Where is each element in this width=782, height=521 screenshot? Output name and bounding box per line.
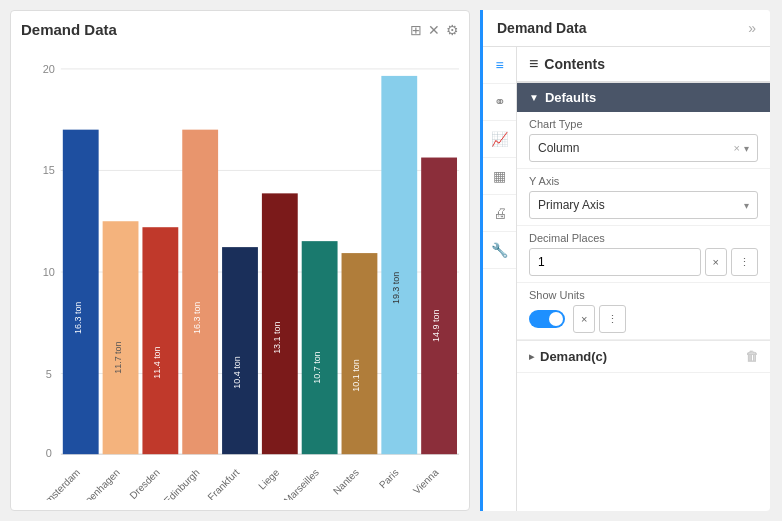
svg-text:5: 5: [46, 368, 52, 380]
svg-text:Marseilles: Marseilles: [282, 467, 321, 500]
chart-type-select[interactable]: Column × ▾: [529, 134, 758, 162]
layers-icon[interactable]: ≡: [483, 47, 516, 84]
show-units-row: × ⋮: [529, 305, 758, 333]
y-axis-select[interactable]: Primary Axis ▾: [529, 191, 758, 219]
chart-icon[interactable]: 📈: [483, 121, 516, 158]
svg-text:0: 0: [46, 447, 52, 459]
settings-icon[interactable]: ⚙: [446, 22, 459, 38]
left-icon-strip: ≡ ⚭ 📈 ▦ 🖨 🔧: [483, 47, 517, 511]
contents-icon: ≡: [529, 55, 538, 73]
settings-body: ≡ Contents ▼ Defaults Chart Type Column …: [517, 47, 770, 511]
svg-text:13.1 ton: 13.1 ton: [272, 322, 282, 354]
decimal-places-label: Decimal Places: [529, 232, 758, 244]
svg-text:16.3 ton: 16.3 ton: [73, 302, 83, 334]
y-axis-field: Y Axis Primary Axis ▾: [517, 169, 770, 226]
contents-tab-label: Contents: [544, 56, 605, 72]
svg-text:11.4 ton: 11.4 ton: [152, 346, 162, 378]
decimal-places-value: 1: [538, 255, 545, 269]
show-units-clear-btn[interactable]: ×: [573, 305, 595, 333]
settings-panel: Demand Data » ≡ ⚭ 📈 ▦ 🖨 🔧 ≡ Contents ▼ D…: [480, 10, 770, 511]
svg-text:14.9 ton: 14.9 ton: [431, 310, 441, 342]
y-axis-value: Primary Axis: [538, 198, 744, 212]
link-icon[interactable]: ⚭: [483, 84, 516, 121]
y-axis-label: Y Axis: [529, 175, 758, 187]
chart-area: 20 15 10 5 0 16.3 ton 11.7 ton 11.4 ton: [21, 46, 459, 500]
defaults-section: ▼ Defaults Chart Type Column × ▾: [517, 83, 770, 341]
svg-text:15: 15: [43, 164, 55, 176]
svg-text:Dresden: Dresden: [127, 467, 161, 500]
svg-text:20: 20: [43, 63, 55, 75]
svg-text:10.1 ton: 10.1 ton: [351, 359, 361, 391]
decimal-places-more-btn[interactable]: ⋮: [731, 248, 758, 276]
svg-text:11.7 ton: 11.7 ton: [113, 341, 123, 373]
demand-subsection-header[interactable]: ▸ Demand(c) 🗑: [517, 341, 770, 373]
chart-type-label: Chart Type: [529, 118, 758, 130]
demand-delete-icon[interactable]: 🗑: [745, 349, 758, 364]
svg-text:Amsterdam: Amsterdam: [38, 467, 82, 500]
settings-header: Demand Data »: [483, 10, 770, 47]
svg-rect-18: [222, 247, 258, 454]
decimal-places-row: 1 × ⋮: [529, 248, 758, 276]
svg-text:10.7 ton: 10.7 ton: [312, 351, 322, 383]
demand-label: Demand(c): [540, 349, 607, 364]
decimal-places-field: Decimal Places 1 × ⋮: [517, 226, 770, 283]
defaults-arrow-icon: ▼: [529, 92, 539, 103]
svg-rect-22: [302, 241, 338, 454]
svg-rect-14: [142, 227, 178, 454]
chart-header: Demand Data ⊞ ✕ ⚙: [21, 21, 459, 38]
show-units-toggle[interactable]: [529, 310, 565, 328]
chart-panel: Demand Data ⊞ ✕ ⚙ 20 15 10 5 0 16.3 ton: [10, 10, 470, 511]
demand-actions: 🗑: [745, 349, 758, 364]
decimal-places-input[interactable]: 1: [529, 248, 701, 276]
svg-text:Vienna: Vienna: [411, 466, 441, 496]
svg-text:10.4 ton: 10.4 ton: [232, 356, 242, 388]
print-icon[interactable]: 🖨: [483, 195, 516, 232]
y-axis-arrow-icon[interactable]: ▾: [744, 200, 749, 211]
demand-arrow-icon: ▸: [529, 351, 534, 362]
chart-type-arrow-icon[interactable]: ▾: [744, 143, 749, 154]
svg-text:Paris: Paris: [377, 467, 401, 491]
svg-text:Copenhagen: Copenhagen: [74, 467, 122, 500]
show-units-label: Show Units: [529, 289, 758, 301]
settings-expand-icon[interactable]: »: [748, 20, 756, 36]
svg-rect-26: [381, 76, 417, 454]
show-units-toggle-container: [529, 310, 565, 328]
svg-rect-10: [63, 130, 99, 455]
grid-icon[interactable]: ⊞: [410, 22, 422, 38]
y-axis-row: Primary Axis ▾: [529, 191, 758, 219]
svg-text:Nantes: Nantes: [331, 467, 361, 497]
svg-text:10: 10: [43, 266, 55, 278]
chart-title: Demand Data: [21, 21, 117, 38]
chart-type-clear-icon[interactable]: ×: [734, 142, 740, 154]
svg-text:Edinburgh: Edinburgh: [162, 467, 202, 500]
defaults-section-header[interactable]: ▼ Defaults: [517, 83, 770, 112]
settings-title: Demand Data: [497, 20, 586, 36]
table-icon[interactable]: ▦: [483, 158, 516, 195]
svg-text:Liege: Liege: [256, 466, 281, 491]
defaults-label: Defaults: [545, 90, 596, 105]
close-icon[interactable]: ✕: [428, 22, 440, 38]
chart-type-row: Column × ▾: [529, 134, 758, 162]
svg-text:Frankfurt: Frankfurt: [206, 467, 242, 500]
svg-rect-24: [342, 253, 378, 454]
chart-type-value: Column: [538, 141, 734, 155]
decimal-places-clear-btn[interactable]: ×: [705, 248, 727, 276]
chart-svg: 20 15 10 5 0 16.3 ton 11.7 ton 11.4 ton: [21, 46, 459, 500]
chart-type-field: Chart Type Column × ▾: [517, 112, 770, 169]
svg-rect-16: [182, 130, 218, 455]
svg-text:16.3 ton: 16.3 ton: [192, 302, 202, 334]
svg-rect-28: [421, 158, 457, 455]
show-units-field: Show Units × ⋮: [517, 283, 770, 340]
chart-actions: ⊞ ✕ ⚙: [410, 22, 459, 38]
settings-content-with-icons: ≡ ⚭ 📈 ▦ 🖨 🔧 ≡ Contents ▼ Defaults Cha: [483, 47, 770, 511]
svg-rect-12: [103, 221, 139, 454]
svg-text:19.3 ton: 19.3 ton: [391, 272, 401, 304]
show-units-more-btn[interactable]: ⋮: [599, 305, 626, 333]
wrench-icon[interactable]: 🔧: [483, 232, 516, 269]
